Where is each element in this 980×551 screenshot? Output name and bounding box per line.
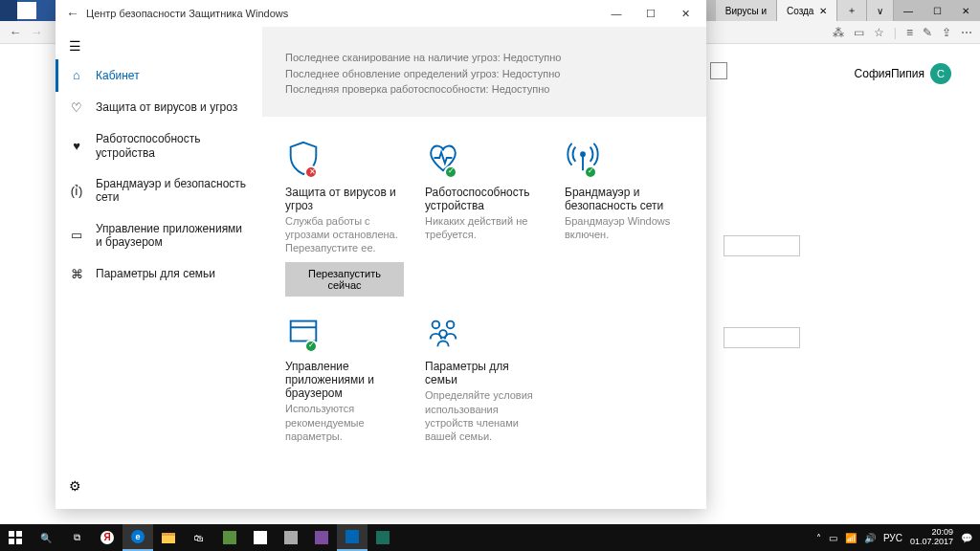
card-title: Защита от вирусов и угроз [285,186,404,212]
sidebar-item-label: Брандмауэр и безопасность сети [96,177,249,205]
main-content: Последнее сканирование на наличие угроз:… [262,27,706,509]
card-virus-protection[interactable]: Защита от вирусов и угроз Служба работы … [285,140,404,298]
window-max-icon[interactable]: ☐ [634,0,668,27]
defender-taskbar-icon[interactable] [337,524,368,551]
reading-icon[interactable]: ▭ [854,26,864,39]
new-tab-button[interactable]: ＋ [837,0,867,21]
tray-battery-icon[interactable]: ▭ [829,533,837,543]
window-close-icon[interactable]: ✕ [668,0,702,27]
notification-icon[interactable]: 💬 [961,533,972,543]
hamburger-icon[interactable]: ☰ [56,33,262,59]
tray-lang[interactable]: РУС [883,533,902,543]
back-icon[interactable]: ← [8,25,23,39]
avatar: С [930,63,951,84]
card-desc: Служба работы с угрозами остановлена. Пе… [285,214,404,255]
settings-icon[interactable]: ⚙ [56,469,262,503]
user-block[interactable]: СофияПипия С [855,63,951,84]
sidebar: ☰ ⌂ Кабинет ♡ Защита от вирусов и угроз … [56,27,262,509]
close-icon[interactable]: ✕ [951,0,980,21]
card-family[interactable]: Параметры для семьи Определяйте условия … [425,314,544,443]
taskview-icon[interactable]: ⧉ [61,524,92,551]
share-icon[interactable]: ⇪ [942,26,951,39]
sidebar-item-label: Защита от вирусов и угроз [96,100,237,114]
app-icon-1[interactable] [214,524,245,551]
search-icon[interactable]: 🔍 [31,524,61,551]
sidebar-item-label: Параметры для семьи [96,267,215,280]
defender-titlebar: ← Центр безопасности Защитника Windows —… [56,0,706,27]
clock-date: 01.07.2017 [910,538,953,547]
max-icon[interactable]: ☐ [923,0,951,21]
svg-point-3 [433,321,440,329]
window-title: Центр безопасности Защитника Windows [86,8,288,19]
yandex-icon[interactable]: Я [92,524,122,551]
browser-icon: ▭ [69,228,84,243]
sidebar-item-health[interactable]: ♥ Работоспособность устройства [56,123,262,168]
restart-button[interactable]: Перезапустить сейчас [285,262,404,297]
sidebar-item-label: Кабинет [96,69,140,82]
defender-window: ← Центр безопасности Защитника Windows —… [56,0,706,509]
app-icon-4[interactable] [306,524,337,551]
card-desc: Брандмауэр Windows включен. [565,214,683,242]
user-name: СофияПипия [855,67,924,80]
app-icon-5[interactable] [368,524,398,551]
browser-tab-1[interactable]: Созда ✕ [777,0,837,21]
card-desc: Используются рекомендуемые параметры. [285,402,404,443]
svg-rect-6 [9,531,14,537]
ghost-box-1 [724,235,800,256]
svg-rect-1 [291,321,317,342]
heart-icon [425,140,463,178]
start-button[interactable] [0,524,31,551]
antenna-icon [565,140,603,178]
notes-icon[interactable]: ✎ [923,26,932,39]
svg-rect-9 [16,539,22,544]
tray-up-icon[interactable]: ˄ [816,533,821,543]
card-title: Работоспособность устройства [425,186,544,212]
status-badge-ok [304,340,318,353]
status-badge-ok [444,165,457,179]
heart-icon: ♥ [69,139,84,154]
svg-point-0 [580,151,586,157]
store-icon[interactable]: 🛍 [184,524,214,551]
ghost-box-2 [724,327,800,348]
edge-icon[interactable]: e [122,524,153,551]
card-firewall[interactable]: Брандмауэр и безопасность сети Брандмауэ… [565,140,683,298]
explorer-icon[interactable] [153,524,184,551]
sidebar-item-family[interactable]: ⌘ Параметры для семьи [56,258,262,291]
browser-tab-0[interactable]: Вирусы и [716,0,777,21]
sidebar-item-home[interactable]: ⌂ Кабинет [56,59,262,92]
back-button[interactable]: ← [59,6,86,21]
card-device-health[interactable]: Работоспособность устройства Никаких дей… [425,140,544,298]
card-title: Управление приложениями и браузером [285,360,404,400]
translate-icon[interactable]: ⁂ [833,26,844,39]
sidebar-item-label: Работоспособность устройства [96,132,249,160]
shield-icon: ♡ [69,100,84,116]
app-icon-3[interactable] [276,524,306,551]
forward-icon[interactable]: → [29,25,44,39]
sidebar-item-virus[interactable]: ♡ Защита от вирусов и угроз [56,92,262,124]
shield-icon [285,140,323,178]
tab-menu[interactable]: ∨ [867,0,894,21]
taskbar: 🔍 ⧉ Я e 🛍 ˄ ▭ 📶 🔊 РУС 20:09 01.07.2017 💬 [0,524,980,551]
taskbar-clock[interactable]: 20:09 01.07.2017 [910,528,953,547]
svg-point-4 [447,321,455,329]
more-icon[interactable]: ⋯ [961,26,972,39]
svg-rect-7 [16,531,22,537]
home-icon: ⌂ [69,68,84,83]
hub-icon[interactable]: ≡ [906,26,913,39]
tray-volume-icon[interactable]: 🔊 [864,533,876,543]
status-line: Последняя проверка работоспособности: Не… [285,81,683,98]
sidebar-item-firewall[interactable]: (ỉ) Брандмауэр и безопасность сети [56,168,262,213]
min-icon[interactable]: — [894,0,923,21]
status-line: Последнее сканирование на наличие угроз:… [285,50,683,66]
status-badge-ok [584,165,597,179]
favorite-icon[interactable]: ☆ [874,26,884,39]
sidebar-item-appbrowser[interactable]: ▭ Управление приложениями и браузером [56,213,262,258]
app-icon-2[interactable] [245,524,276,551]
card-app-browser[interactable]: Управление приложениями и браузером Испо… [285,314,404,443]
family-icon: ⌘ [69,267,84,282]
status-badge-error [304,165,318,179]
window-min-icon[interactable]: — [599,0,634,27]
card-title: Брандмауэр и безопасность сети [565,186,683,212]
search-icon-bg[interactable] [710,62,727,79]
tray-network-icon[interactable]: 📶 [845,533,857,543]
